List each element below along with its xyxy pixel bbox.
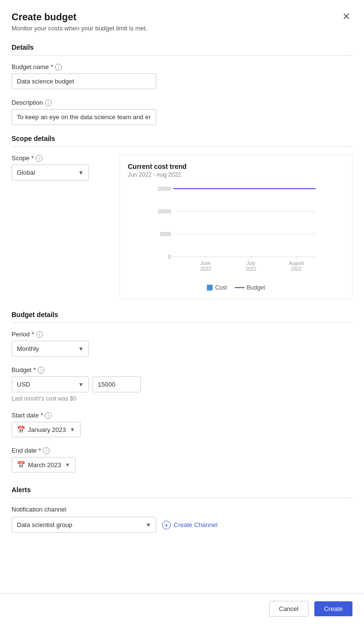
modal-header: Create budget ✕ (12, 12, 352, 23)
modal-subtitle: Monitor your costs when your budget limi… (12, 25, 352, 32)
description-info-icon: i (45, 99, 52, 106)
chart-subtitle: Jun 2022 - Aug 2022 (128, 171, 344, 178)
scope-select[interactable]: Global (12, 165, 89, 180)
alerts-section-title: Alerts (12, 486, 352, 494)
period-select[interactable]: Monthly (12, 341, 89, 357)
currency-select[interactable]: USD (12, 376, 89, 392)
legend-cost: Cost (207, 284, 227, 291)
svg-text:0: 0 (168, 254, 171, 260)
legend-budget: Budget (235, 284, 265, 291)
end-date-required: * (39, 447, 41, 454)
end-date-value: March 2023 (28, 461, 61, 469)
start-date-info-icon: i (45, 412, 52, 419)
budget-amount-field: Budget * i USD ▼ Last month's cost was $… (12, 366, 352, 402)
details-section: Details Budget name * i Description i (12, 43, 352, 125)
notification-channel-section: Notification channel Data scientist grou… (12, 506, 352, 533)
start-date-required: * (40, 412, 43, 419)
period-info-icon: i (36, 331, 43, 338)
chart-svg: 15000 10000 5000 0 June (128, 184, 344, 280)
footer-bar: Cancel Create (0, 593, 364, 624)
period-label: Period * i (12, 331, 352, 338)
budget-legend-line (235, 287, 244, 288)
budget-required: * (33, 366, 36, 374)
chart-container: Current cost trend Jun 2022 - Aug 2022 1… (120, 154, 352, 299)
required-asterisk: * (51, 63, 53, 70)
start-date-field: Start date * i 📅 January 2023 ▼ (12, 412, 352, 437)
scope-required: * (31, 154, 34, 162)
alerts-divider (12, 498, 352, 498)
svg-text:15000: 15000 (158, 186, 171, 192)
description-field: Description i (12, 99, 352, 125)
start-date-label: Start date * i (12, 412, 352, 419)
notification-channel-select[interactable]: Data scientist group (12, 517, 156, 533)
budget-row: USD ▼ (12, 376, 352, 392)
cost-trend-chart: Current cost trend Jun 2022 - Aug 2022 1… (120, 154, 352, 299)
create-budget-modal: Create budget ✕ Monitor your costs when … (0, 0, 364, 624)
scope-left: Scope * i Global ▼ (12, 154, 108, 299)
svg-text:2022: 2022 (245, 266, 256, 272)
create-button[interactable]: Create (314, 601, 352, 616)
start-date-picker[interactable]: 📅 January 2023 ▼ (12, 422, 81, 437)
end-date-info-icon: i (43, 447, 50, 454)
budget-info-icon: i (38, 367, 44, 374)
svg-text:June: June (201, 261, 211, 266)
end-date-picker[interactable]: 📅 March 2023 ▼ (12, 457, 76, 472)
svg-text:2022: 2022 (200, 266, 211, 272)
details-section-title: Details (12, 43, 352, 51)
end-date-calendar-icon: 📅 (17, 461, 25, 469)
details-divider (12, 55, 352, 55)
budget-name-label: Budget name * i (12, 63, 352, 70)
description-label: Description i (12, 99, 352, 106)
budget-name-field: Budget name * i (12, 63, 352, 89)
scope-content: Scope * i Global ▼ Current cost trend Ju… (12, 154, 352, 299)
scope-section: Scope details Scope * i Global ▼ Curr (12, 135, 352, 299)
svg-text:August: August (289, 261, 304, 266)
notification-select-wrapper[interactable]: Data scientist group ▼ (12, 517, 156, 533)
scope-info-icon: i (36, 155, 42, 162)
chart-legend: Cost Budget (128, 284, 344, 291)
budget-name-input[interactable] (12, 73, 156, 89)
svg-text:5000: 5000 (160, 232, 171, 237)
close-button[interactable]: ✕ (340, 12, 352, 21)
end-date-label: End date * i (12, 447, 352, 454)
svg-text:July: July (247, 261, 256, 266)
notification-channel-label: Notification channel (12, 506, 352, 513)
start-date-value: January 2023 (28, 426, 66, 433)
plus-circle-icon: + (162, 521, 171, 529)
alerts-section: Alerts Notification channel Data scienti… (12, 486, 352, 533)
scope-select-wrapper[interactable]: Global ▼ (12, 165, 89, 180)
period-select-wrapper[interactable]: Monthly ▼ (12, 341, 89, 357)
notification-row: Data scientist group ▼ + Create Channel (12, 517, 352, 533)
budget-name-info-icon: i (55, 64, 62, 70)
svg-text:2022: 2022 (291, 266, 302, 272)
start-date-chevron-icon: ▼ (70, 427, 75, 432)
scope-section-title: Scope details (12, 135, 352, 142)
chart-area: 15000 10000 5000 0 June (128, 184, 344, 280)
cost-legend-box (207, 285, 213, 291)
create-channel-label: Create Channel (174, 521, 217, 528)
last-month-text: Last month's cost was $0 (12, 395, 352, 402)
end-date-chevron-icon: ▼ (65, 462, 70, 468)
budget-amount-label: Budget * i (12, 366, 352, 374)
end-date-field: End date * i 📅 March 2023 ▼ (12, 447, 352, 472)
scope-divider (12, 146, 352, 147)
budget-details-section: Budget details Period * i Monthly ▼ Budg… (12, 311, 352, 472)
cancel-button[interactable]: Cancel (269, 601, 309, 617)
modal-title: Create budget (12, 12, 76, 23)
start-date-calendar-icon: 📅 (17, 426, 25, 433)
budget-amount-input[interactable] (93, 376, 141, 392)
create-channel-button[interactable]: + Create Channel (162, 521, 217, 529)
period-required: * (32, 331, 34, 338)
chart-title: Current cost trend (128, 163, 344, 170)
svg-text:10000: 10000 (158, 209, 171, 214)
budget-details-divider (12, 322, 352, 323)
currency-select-wrapper[interactable]: USD ▼ (12, 376, 89, 392)
scope-label: Scope * i (12, 154, 108, 162)
budget-details-title: Budget details (12, 311, 352, 319)
description-input[interactable] (12, 109, 156, 125)
period-field: Period * i Monthly ▼ (12, 331, 352, 357)
